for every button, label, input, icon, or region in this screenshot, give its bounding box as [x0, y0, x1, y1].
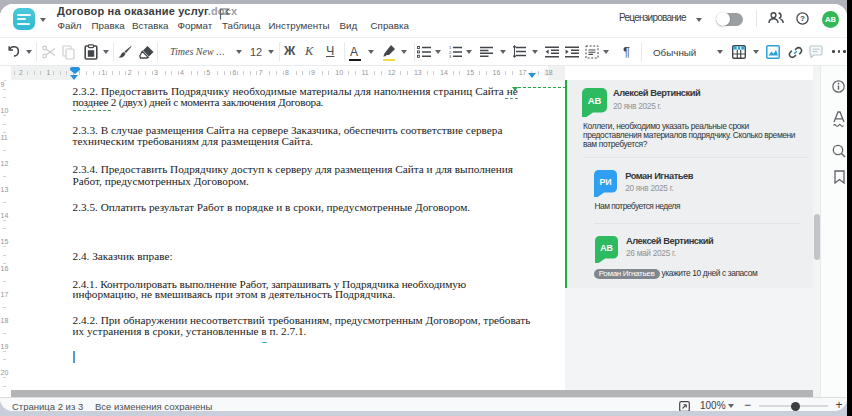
svg-text:АВ: АВ — [600, 243, 613, 253]
svg-text:?: ? — [800, 14, 805, 23]
svg-text:РИ: РИ — [599, 177, 611, 187]
svg-text:АВ: АВ — [587, 95, 601, 106]
svg-text:3: 3 — [449, 54, 452, 58]
